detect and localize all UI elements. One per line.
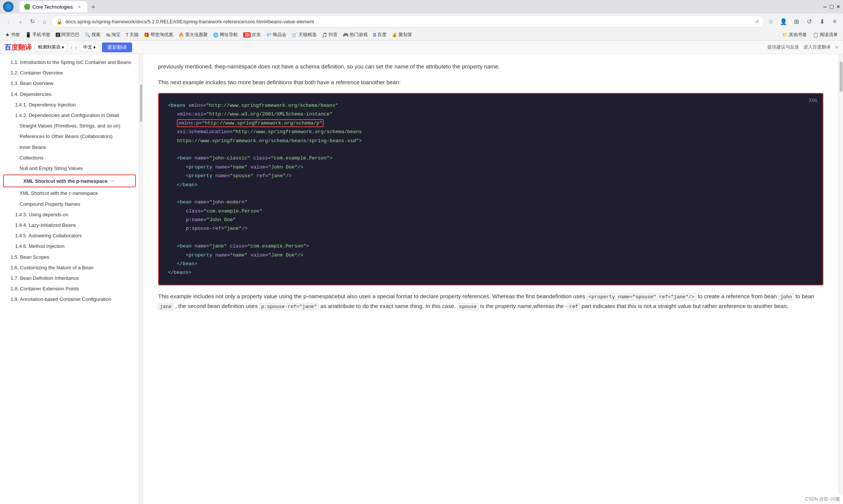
- sidebar-item-collections[interactable]: Collections: [0, 153, 139, 163]
- code-label: XML: [809, 97, 818, 105]
- minimize-button[interactable]: –: [823, 3, 827, 10]
- back-button[interactable]: ‹: [3, 16, 14, 27]
- bookmark-item-nav[interactable]: 🌐 网址导航: [211, 31, 240, 39]
- active-tab[interactable]: 🌿 Core Technologies ×: [20, 1, 87, 12]
- bookmark-item-douyin[interactable]: 🎵 抖音: [320, 31, 340, 39]
- new-tab-button[interactable]: +: [88, 2, 99, 12]
- sidebar-item-dep-injection[interactable]: 1.4.1. Dependency Injection: [0, 100, 139, 110]
- bookmark-item-baidu[interactable]: B 百度: [371, 31, 389, 39]
- code-line-9: <property name="spouse" ref="jane"/>: [168, 172, 814, 180]
- bookmark-item-readinglist[interactable]: 📋 阅读清单: [811, 31, 840, 39]
- address-bar[interactable]: 🔒 docs.spring.io/spring-framework/docs/5…: [51, 15, 764, 27]
- sidebar-item-references[interactable]: References to Other Beans (Collaborators…: [0, 131, 139, 142]
- maximize-button[interactable]: □: [830, 3, 834, 10]
- sidebar-item-annotation[interactable]: 1.9. Annotation-based Container Configur…: [0, 294, 139, 305]
- sidebar-item-bean-overview[interactable]: 1.3. Bean Overview: [0, 78, 139, 89]
- tab-close-button[interactable]: ×: [76, 3, 83, 10]
- baidu-logo-suffix: 度翻译: [11, 44, 32, 51]
- bookmark-item-search[interactable]: 🔍 搜索: [82, 31, 103, 39]
- sidebar-item-method-injection[interactable]: 1.4.6. Method Injection: [0, 241, 139, 252]
- jd-icon: JD: [243, 32, 251, 38]
- code-line-17: <bean name="jane" class="com.example.Per…: [168, 242, 814, 250]
- sync-button[interactable]: ↺: [804, 16, 814, 27]
- firefly-icon: 🔥: [178, 32, 184, 38]
- sidebar-item-customize[interactable]: 1.6. Customizing the Nature of a Bean: [0, 263, 139, 273]
- bottom-text-6: is the property name,whereas the -: [479, 303, 568, 309]
- goto-link[interactable]: 进入百度翻译: [803, 44, 831, 51]
- bookmark-item-jd[interactable]: JD 京东: [241, 31, 263, 39]
- tab-bar: 🌿 Core Technologies × +: [17, 1, 820, 12]
- code-line-1: <beans xmlns="http://www.springframework…: [168, 101, 814, 110]
- sidebar-item-dep-config[interactable]: 1.4.2. Dependencies and Configuration in…: [0, 110, 139, 121]
- bottom-code-1: <property name="spouse" ref="jane"/>: [587, 293, 696, 301]
- bookmark-item-firefly[interactable]: 🔥 萤火虫惠聚: [176, 31, 210, 39]
- games-icon: 🎮: [343, 32, 348, 38]
- sidebar-item-lazy[interactable]: 1.4.4. Lazy-initialized Beans: [0, 220, 139, 231]
- bookmark-label-star: 书签: [11, 32, 20, 38]
- browser-logo: 🌐: [3, 2, 14, 12]
- bookmark-item-others[interactable]: 📁 其他书签: [780, 31, 809, 39]
- sidebar-item-compound[interactable]: Compound Property Names: [0, 199, 139, 209]
- bookmark-item-phone[interactable]: 📱 手机书签: [23, 31, 53, 39]
- sidebar-item-depends-on[interactable]: 1.4.3. Using depends-on: [0, 209, 139, 220]
- sidebar-item-bean-scopes[interactable]: 1.5. Bean Scopes: [0, 252, 139, 263]
- bookmark-item-tmall[interactable]: 🛒 天猫精选: [289, 31, 319, 39]
- home-button[interactable]: ⌂: [39, 16, 50, 27]
- translation-bar-right: 提供建议与反馈 进入百度翻译 ×: [767, 44, 838, 51]
- bookmarks-bar: ★ 书签 📱 手机书签 🅰 阿里巴巴 🔍 搜索 🛍 淘宝 T 天猫 🎁 帮您淘优…: [0, 29, 843, 41]
- sidebar-scrollbar[interactable]: [139, 54, 143, 504]
- bottom-text-7: part indicates that this is not a straig…: [580, 303, 788, 309]
- sidebar-item-container-ext[interactable]: 1.8. Container Extension Points: [0, 284, 139, 294]
- bookmark-item-alibaba[interactable]: 🅰 阿里巴巴: [53, 31, 82, 39]
- attr-xmlns-p: xmlns:p: [178, 120, 199, 126]
- sidebar-item-c-namespace[interactable]: XML Shortcut with the c-namespace: [0, 188, 139, 199]
- content-area: previously mentioned, thep-namespace doe…: [143, 54, 838, 504]
- forward-button[interactable]: ›: [15, 16, 26, 27]
- sidebar-item-autowiring[interactable]: 1.4.5. Autowiring Collaborators: [0, 231, 139, 241]
- code-line-19: </bean>: [168, 260, 814, 268]
- sidebar-item-container-overview[interactable]: 1.2. Container Overview: [0, 68, 139, 78]
- code-line-13: class="com.example.Person": [168, 207, 814, 216]
- translate-button[interactable]: 重新翻译: [102, 43, 132, 52]
- bookmark-item-star[interactable]: ★ 书签: [3, 31, 22, 39]
- bottom-text-5: as anattribute to do the exact same thin…: [319, 303, 457, 309]
- detect-lang-button[interactable]: 检测到英语 ▾: [35, 43, 67, 52]
- sidebar-item-inner-beans[interactable]: Inner Beans: [0, 142, 139, 153]
- bookmark-label-readinglist: 阅读清单: [820, 32, 838, 38]
- bookmark-item-taobao[interactable]: 🛍 淘宝: [103, 31, 123, 39]
- extensions-button[interactable]: ⊞: [791, 16, 802, 27]
- vip-icon: 💎: [266, 32, 272, 38]
- bottom-code-3: jane: [158, 303, 173, 310]
- bottom-paragraph: This example includes not only a propert…: [158, 291, 823, 311]
- sidebar-item-intro[interactable]: 1.1. Introduction to the Spring IoC Cont…: [0, 57, 139, 68]
- download-button[interactable]: ⬇: [817, 16, 827, 27]
- sidebar-item-null-empty[interactable]: Null and Empty String Values: [0, 163, 139, 174]
- target-lang-label: 中文: [83, 44, 92, 50]
- suggest-link[interactable]: 提供建议与反馈: [767, 44, 799, 51]
- bookmark-item-help[interactable]: 🎁 帮您淘优惠: [142, 31, 175, 39]
- close-window-button[interactable]: ×: [837, 3, 840, 10]
- bookmark-item-tianmao[interactable]: T 天猫: [123, 31, 141, 39]
- refresh-button[interactable]: ↻: [27, 16, 38, 27]
- sidebar-item-dependencies[interactable]: 1.4. Dependencies: [0, 89, 139, 100]
- bookmark-label-nav: 网址导航: [220, 32, 238, 38]
- attr-xmlns: xmlns: [189, 103, 203, 108]
- content-scrollbar[interactable]: [838, 54, 843, 504]
- sidebar-item-p-namespace[interactable]: XML Shortcut with the p-namespace ←: [3, 175, 136, 187]
- sidebar-item-bean-def-inherit[interactable]: 1.7. Bean Definition Inheritance: [0, 273, 139, 284]
- reload-icon[interactable]: ↺: [755, 19, 759, 24]
- profile-button[interactable]: 👤: [778, 16, 789, 27]
- phone-bookmark-icon: 📱: [25, 32, 31, 38]
- juhuasuan-icon: 💰: [392, 32, 397, 38]
- bookmark-label-games: 热门游戏: [350, 32, 368, 38]
- sidebar-item-straight-values[interactable]: Straight Values (Primitives, Strings, an…: [0, 121, 139, 131]
- translation-bar-close[interactable]: ×: [835, 44, 838, 51]
- bookmark-item-juhuasuan[interactable]: 💰 聚划算: [390, 31, 414, 39]
- bookmark-item-games[interactable]: 🎮 热门游戏: [341, 31, 370, 39]
- tag-beans: beans: [171, 103, 186, 108]
- bookmark-item-vip[interactable]: 💎 唯品会: [264, 31, 289, 39]
- bottom-code-2: john: [778, 293, 794, 301]
- target-lang-button[interactable]: 中文 ▾: [80, 43, 99, 52]
- bookmark-star-button[interactable]: ☆: [765, 16, 776, 27]
- menu-button[interactable]: ≡: [829, 16, 840, 27]
